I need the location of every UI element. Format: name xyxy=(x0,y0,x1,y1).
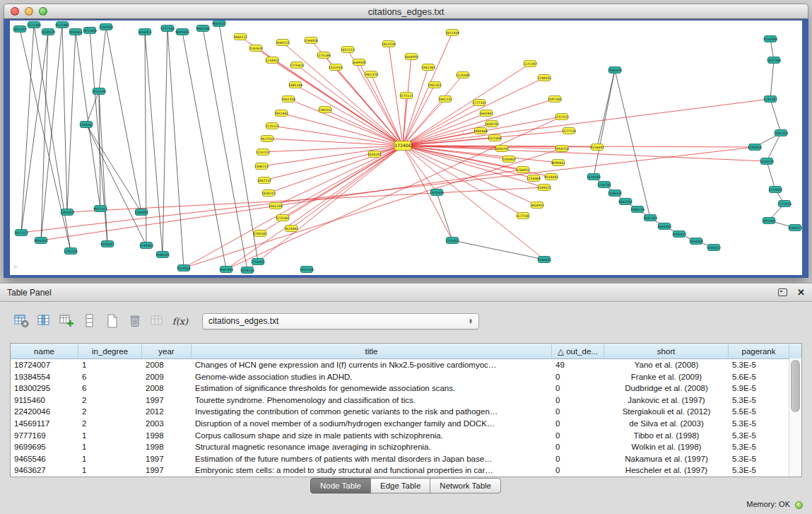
graph-node[interactable] xyxy=(556,146,568,152)
graph-node[interactable] xyxy=(481,110,493,117)
graph-node[interactable] xyxy=(429,82,441,88)
column-header-in_degree[interactable]: in_degree xyxy=(78,344,142,358)
graph-node[interactable] xyxy=(242,267,254,274)
graph-node[interactable] xyxy=(440,96,452,103)
tab-node-table[interactable]: Node Table xyxy=(310,478,371,493)
graph-node[interactable] xyxy=(423,64,435,71)
table-row[interactable]: 1456911722003Disruption of a novel membe… xyxy=(11,418,801,430)
graph-node[interactable] xyxy=(779,201,791,207)
table-cell[interactable]: Franke et al. (2009) xyxy=(604,371,729,383)
show-columns-icon[interactable] xyxy=(35,312,54,330)
table-cell[interactable]: 5.3E-5 xyxy=(729,359,789,371)
graph-node[interactable] xyxy=(235,34,247,40)
graph-node[interactable] xyxy=(401,93,413,99)
graph-hub-node[interactable] xyxy=(394,141,411,151)
table-cell[interactable]: 22420046 xyxy=(11,406,78,418)
graph-node[interactable] xyxy=(673,231,686,238)
table-cell[interactable]: 5.3E-5 xyxy=(729,441,789,453)
graph-node[interactable] xyxy=(609,67,621,74)
table-row[interactable]: 1872400712008Changes of HCN gene express… xyxy=(11,359,801,371)
table-cell[interactable]: Estimation of significance thresholds fo… xyxy=(192,382,552,395)
graph-node[interactable] xyxy=(330,64,342,71)
table-cell[interactable]: Estimation of the future numbers of pati… xyxy=(192,453,552,465)
graph-node[interactable] xyxy=(553,160,565,166)
table-cell[interactable]: Investigating the contribution of common… xyxy=(192,406,552,418)
graph-node[interactable] xyxy=(765,96,777,103)
table-cell[interactable]: Jankovic et al. (1997) xyxy=(604,395,729,407)
graph-node[interactable] xyxy=(539,185,551,191)
graph-node[interactable] xyxy=(100,24,112,30)
column-header-title[interactable]: title xyxy=(192,344,552,358)
graph-node[interactable] xyxy=(383,41,395,47)
column-header-out_degree[interactable]: △ out_de... xyxy=(552,344,604,358)
graph-node[interactable] xyxy=(283,96,295,103)
graph-node[interactable] xyxy=(517,213,529,219)
table-cell[interactable]: 6 xyxy=(78,371,142,383)
table-cell[interactable]: Disruption of a novel member of a sodium… xyxy=(192,418,552,430)
graph-node[interactable] xyxy=(301,267,313,273)
graph-node[interactable] xyxy=(496,146,508,152)
column-header-pagerank[interactable]: pagerank xyxy=(729,344,789,358)
table-cell[interactable]: 0 xyxy=(552,406,604,418)
show-rows-icon[interactable] xyxy=(81,312,99,330)
column-header-short[interactable]: short xyxy=(604,344,729,358)
table-cell[interactable]: 0 xyxy=(552,395,604,407)
graph-node[interactable] xyxy=(65,248,77,255)
graph-node[interactable] xyxy=(261,136,273,142)
tab-edge-table[interactable]: Edge Table xyxy=(370,478,430,493)
table-cell[interactable]: Tibbo et al. (1998) xyxy=(604,430,729,442)
table-cell[interactable]: Structural magnetic resonance image aver… xyxy=(192,441,552,453)
zoom-button[interactable] xyxy=(39,7,47,16)
graph-node[interactable] xyxy=(475,128,487,134)
graph-node[interactable] xyxy=(531,202,543,209)
table-cell[interactable]: 1997 xyxy=(142,465,192,477)
table-cell[interactable]: 9463627 xyxy=(11,465,78,477)
table-row[interactable]: 911546021997Tourette syndrome. Phenomeno… xyxy=(11,395,801,407)
graph-node[interactable] xyxy=(141,243,153,249)
table-cell[interactable]: 0 xyxy=(552,382,604,395)
graph-node[interactable] xyxy=(489,135,501,141)
graph-node[interactable] xyxy=(592,144,604,151)
graph-node[interactable] xyxy=(319,107,331,113)
table-cell[interactable]: 0 xyxy=(552,430,604,442)
graph-node[interactable] xyxy=(763,218,775,224)
table-cell[interactable]: 1998 xyxy=(142,441,192,453)
graph-node[interactable] xyxy=(136,209,148,216)
graph-node[interactable] xyxy=(524,61,536,67)
table-cell[interactable]: 9115460 xyxy=(11,395,78,407)
graph-node[interactable] xyxy=(457,72,469,78)
graph-node[interactable] xyxy=(645,215,657,221)
hide-panel-arrow-icon[interactable]: ▸ xyxy=(14,262,18,270)
close-button[interactable] xyxy=(11,7,19,16)
table-cell[interactable]: 5.3E-5 xyxy=(729,418,789,430)
graph-node[interactable] xyxy=(95,206,107,212)
scrollbar-thumb[interactable] xyxy=(791,360,800,412)
minimize-button[interactable] xyxy=(25,7,33,16)
network-selector[interactable]: citations_edges.txt ▲▼ xyxy=(202,313,479,329)
table-cell[interactable]: 0 xyxy=(552,371,604,383)
graph-node[interactable] xyxy=(770,187,782,193)
table-cell[interactable]: 0 xyxy=(552,418,604,430)
graph-node[interactable] xyxy=(503,156,515,163)
graph-node[interactable] xyxy=(473,100,486,106)
table-row[interactable]: 2242004622012Investigating the contribut… xyxy=(11,406,801,418)
graph-node[interactable] xyxy=(768,57,780,64)
table-cell[interactable]: Stergiakouli et al. (2012) xyxy=(604,406,729,418)
table-cell[interactable]: 5.3E-5 xyxy=(729,453,789,465)
graph-node[interactable] xyxy=(789,225,801,231)
table-cell[interactable]: 5.3E-5 xyxy=(729,465,789,477)
table-cell[interactable]: 2 xyxy=(78,395,142,407)
graph-node[interactable] xyxy=(549,96,561,103)
table-cell[interactable]: Corpus callosum shape and size in male p… xyxy=(192,430,552,442)
graph-node[interactable] xyxy=(528,175,540,182)
column-header-name[interactable]: name xyxy=(11,344,78,358)
table-cell[interactable]: 6 xyxy=(78,382,142,395)
graph-node[interactable] xyxy=(517,167,529,173)
graph-node[interactable] xyxy=(270,203,282,209)
table-cell[interactable]: 9465546 xyxy=(11,453,78,465)
graph-node[interactable] xyxy=(178,265,190,271)
graph-node[interactable] xyxy=(765,36,777,42)
float-panel-icon[interactable] xyxy=(778,288,787,296)
splitter-handle[interactable] xyxy=(399,279,409,282)
graph-node[interactable] xyxy=(447,30,459,36)
